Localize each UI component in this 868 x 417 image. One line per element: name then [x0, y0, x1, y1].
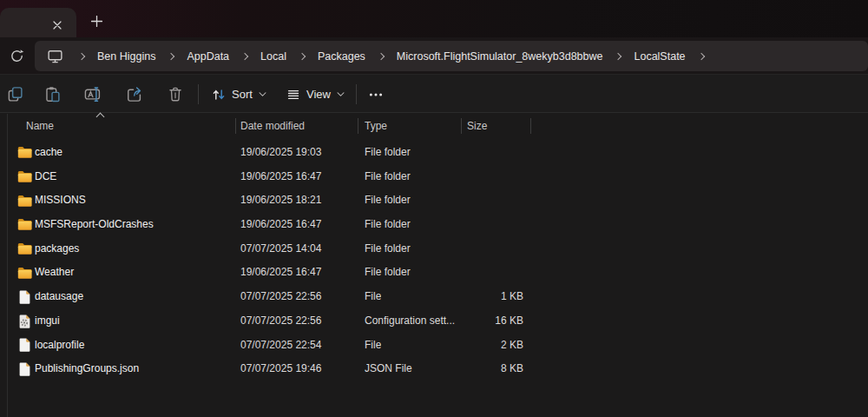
file-modified: 07/07/2025 22:56: [240, 309, 321, 334]
file-modified: 19/06/2025 16:47: [240, 261, 321, 285]
file-type: Configuration sett...: [365, 309, 455, 334]
table-row[interactable]: PublishingGroups.json 07/07/2025 19:46 J…: [0, 357, 868, 381]
sort-ascending-icon: [97, 114, 103, 120]
chevron-right-icon: [242, 54, 247, 59]
toolbar-divider: [198, 84, 199, 104]
share-button[interactable]: [121, 82, 147, 107]
new-tab-button[interactable]: [87, 11, 106, 30]
column-header-type[interactable]: Type: [365, 120, 387, 132]
file-modified: 19/06/2025 16:47: [240, 213, 321, 237]
file-type: File: [365, 334, 381, 358]
table-row[interactable]: datausage 07/07/2025 22:56 File 1 KB: [0, 285, 868, 309]
file-size: 1 KB: [461, 285, 523, 309]
file-type: File folder: [365, 237, 411, 261]
chevron-right-icon: [378, 54, 384, 59]
breadcrumb-item[interactable]: Ben Higgins: [97, 50, 155, 63]
file-size: 8 KB: [461, 357, 523, 381]
file-icon: [16, 289, 32, 304]
table-row[interactable]: packages 07/07/2025 14:04 File folder: [0, 237, 868, 261]
table-row[interactable]: cache 19/06/2025 19:03 File folder: [0, 141, 868, 165]
breadcrumb-item[interactable]: Packages: [318, 50, 365, 63]
file-name: DCE: [35, 165, 56, 189]
file-list: cache 19/06/2025 19:03 File folder DCE 1…: [0, 141, 868, 381]
table-row[interactable]: MISSIONS 19/06/2025 18:21 File folder: [0, 189, 868, 213]
column-divider[interactable]: [358, 118, 358, 134]
chevron-down-icon: [337, 91, 345, 97]
column-header-size[interactable]: Size: [467, 120, 487, 132]
file-name: MISSIONS: [35, 189, 86, 213]
file-modified: 07/07/2025 22:54: [240, 334, 321, 358]
file-area: Name Date modified Type Size c: [0, 114, 868, 417]
command-toolbar: Sort View: [0, 74, 868, 113]
folder-icon: [16, 242, 32, 256]
breadcrumb-item[interactable]: AppData: [187, 50, 229, 63]
view-label: View: [306, 88, 331, 101]
file-modified: 07/07/2025 19:46: [240, 357, 321, 381]
column-divider[interactable]: [461, 118, 462, 134]
rename-button[interactable]: [80, 82, 106, 107]
file-type: File: [365, 285, 381, 309]
address-bar: Ben HigginsAppDataLocalPackagesMicrosoft…: [0, 37, 868, 74]
view-button[interactable]: View: [281, 82, 350, 107]
breadcrumb-item[interactable]: Microsoft.FlightSimulator_8wekyb3d8bbwe: [397, 50, 603, 63]
sort-arrows-icon: [212, 88, 226, 102]
folder-icon: [16, 217, 32, 232]
file-type: File folder: [365, 165, 411, 189]
folder-icon: [16, 169, 32, 184]
column-header-date-modified[interactable]: Date modified: [240, 120, 305, 132]
table-row[interactable]: imgui 07/07/2025 22:56 Configuration set…: [0, 309, 868, 334]
folder-icon: [16, 145, 32, 160]
tab-close-icon[interactable]: [49, 17, 65, 33]
file-icon: [16, 362, 32, 377]
file-size: 2 KB: [461, 334, 523, 358]
column-divider[interactable]: [235, 118, 236, 134]
file-modified: 19/06/2025 16:47: [240, 165, 321, 189]
delete-button[interactable]: [162, 82, 188, 107]
file-name: packages: [35, 237, 79, 261]
file-name: localprofile: [35, 334, 84, 358]
file-name: PublishingGroups.json: [35, 357, 139, 381]
address-input[interactable]: Ben HigginsAppDataLocalPackagesMicrosoft…: [35, 41, 868, 71]
chevron-right-icon: [168, 54, 174, 59]
copy-button[interactable]: [2, 82, 28, 107]
more-options-icon[interactable]: [363, 82, 389, 107]
file-modified: 19/06/2025 19:03: [240, 141, 321, 165]
chevron-right-icon: [79, 54, 84, 59]
folder-icon: [16, 194, 32, 208]
file-type: File folder: [365, 141, 411, 165]
chevron-right-icon: [615, 54, 621, 59]
breadcrumb: Ben HigginsAppDataLocalPackagesMicrosoft…: [97, 50, 717, 63]
file-type: File folder: [365, 189, 411, 213]
tab-bar: [0, 0, 868, 37]
view-lines-icon: [286, 88, 300, 102]
chevron-right-icon: [699, 54, 704, 59]
file-name: cache: [35, 141, 62, 165]
file-icon: [16, 338, 32, 353]
file-size: 16 KB: [461, 309, 523, 334]
table-row[interactable]: localprofile 07/07/2025 22:54 File 2 KB: [0, 334, 868, 358]
table-row[interactable]: MSFSReport-OldCrashes 19/06/2025 16:47 F…: [0, 213, 868, 237]
explorer-tab[interactable]: [0, 8, 76, 37]
toolbar-divider: [356, 84, 357, 104]
file-name: MSFSReport-OldCrashes: [35, 213, 154, 237]
config-icon: [16, 314, 32, 328]
file-type: File folder: [365, 261, 411, 285]
file-modified: 19/06/2025 18:21: [240, 189, 321, 213]
sort-button[interactable]: Sort: [207, 82, 272, 107]
column-header-name[interactable]: Name: [26, 120, 54, 132]
file-type: JSON File: [365, 357, 412, 381]
file-name: Weather: [35, 261, 74, 285]
file-name: datausage: [35, 285, 83, 309]
paste-button[interactable]: [39, 82, 65, 107]
table-row[interactable]: Weather 19/06/2025 16:47 File folder: [0, 261, 868, 285]
sort-label: Sort: [232, 88, 253, 101]
table-row[interactable]: DCE 19/06/2025 16:47 File folder: [0, 165, 868, 189]
column-divider[interactable]: [530, 118, 531, 134]
file-name: imgui: [35, 309, 60, 334]
chevron-right-icon: [299, 54, 305, 59]
breadcrumb-item[interactable]: LocalState: [634, 50, 685, 63]
breadcrumb-item[interactable]: Local: [260, 50, 286, 63]
refresh-icon[interactable]: [6, 45, 27, 66]
column-header-row: Name Date modified Type Size: [0, 114, 868, 138]
file-modified: 07/07/2025 14:04: [240, 237, 321, 261]
